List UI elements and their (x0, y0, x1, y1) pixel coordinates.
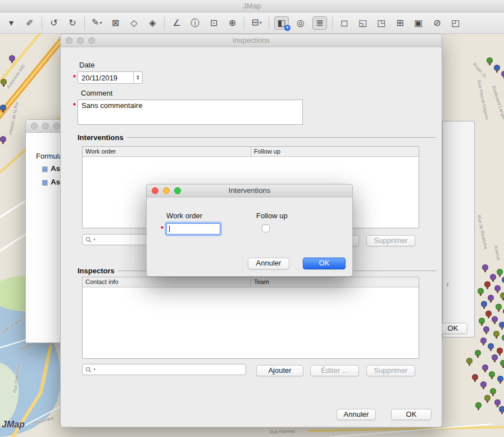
inspectors-table[interactable]: Contact info Team (82, 277, 419, 359)
inspectors-delete-button[interactable]: Supprimer (366, 365, 415, 376)
tree-marker[interactable] (480, 337, 487, 346)
undo-icon[interactable]: ↺ (47, 17, 61, 29)
background-ok-button[interactable]: OK (438, 323, 467, 334)
select-add-icon[interactable]: ⊞ (393, 17, 407, 29)
tree-marker[interactable] (9, 55, 16, 64)
select-rectangle-icon[interactable]: ◻ (338, 17, 351, 29)
inspectors-search-input[interactable]: ▼ (82, 364, 246, 375)
tree-marker[interactable] (482, 364, 489, 373)
info-circle-icon[interactable]: ⓘ (188, 17, 202, 29)
date-field[interactable]: 20/11/2019 ▲▼ (78, 71, 143, 84)
ok-button[interactable]: OK (391, 409, 432, 420)
tree-marker[interactable] (484, 281, 491, 290)
style-brush-icon[interactable]: ✐ (23, 17, 37, 29)
toolbar-separator (164, 17, 165, 29)
tree-marker[interactable] (494, 65, 501, 74)
tree-marker[interactable] (483, 326, 490, 335)
interventions-dialog[interactable]: Interventions Work order Follow up * Ann… (146, 184, 353, 277)
tree-marker[interactable] (500, 292, 504, 301)
tree-marker[interactable] (487, 57, 493, 66)
text-caret (169, 226, 170, 232)
comment-textarea[interactable]: Sans commentaire (78, 100, 303, 125)
column-header[interactable]: Follow up (251, 147, 283, 156)
tree-marker[interactable] (492, 316, 498, 325)
minimize-button-icon[interactable] (42, 123, 49, 129)
erase-drawing-icon[interactable]: ⊠ (108, 17, 122, 29)
tree-marker[interactable] (0, 136, 7, 145)
minimize-button-icon[interactable] (77, 37, 84, 44)
inspections-titlebar[interactable]: Inspections (61, 34, 442, 47)
redo-icon[interactable]: ↻ (66, 17, 79, 29)
select-region-icon[interactable]: ◰ (449, 17, 462, 29)
tree-marker[interactable] (502, 277, 504, 286)
date-stepper[interactable]: ▲▼ (133, 72, 142, 83)
tree-marker[interactable] (497, 376, 504, 385)
tree-marker[interactable] (475, 350, 482, 359)
search-icon (85, 237, 92, 243)
print-icon[interactable]: ⊟▾ (249, 16, 263, 29)
column-header[interactable]: Work order (83, 147, 251, 156)
work-order-input[interactable] (166, 223, 220, 235)
remove-label-icon[interactable]: ◈ (146, 17, 159, 29)
tree-marker[interactable] (475, 402, 482, 411)
tree-marker[interactable] (480, 381, 487, 390)
globe-icon[interactable]: ⊕ (225, 17, 239, 29)
measure-angle-icon[interactable]: ∠ (170, 17, 183, 29)
zoom-button-icon[interactable] (88, 37, 95, 44)
column-header[interactable]: Team (251, 277, 272, 287)
cancel-button[interactable]: Annuler (248, 258, 289, 269)
close-button-icon[interactable] (31, 123, 38, 129)
cancel-button[interactable]: Annuler (337, 409, 376, 420)
tree-marker[interactable] (499, 406, 504, 415)
minimize-button-icon[interactable] (163, 187, 170, 194)
inspectors-add-button[interactable]: Ajouter (256, 365, 303, 376)
tree-marker[interactable] (492, 354, 498, 363)
tree-marker[interactable] (493, 331, 500, 340)
add-label-icon[interactable]: ◇ (127, 17, 140, 29)
close-button-icon[interactable] (66, 37, 72, 44)
feature-form-icon[interactable]: ≣ (312, 16, 327, 30)
table-icon: ▦ (42, 165, 48, 173)
follow-up-checkbox[interactable] (262, 224, 270, 232)
select-intersect-icon[interactable]: ◳ (375, 17, 388, 29)
search-options-chevron-icon[interactable]: ▼ (93, 238, 96, 241)
tree-marker[interactable] (496, 304, 502, 313)
close-button-icon[interactable] (152, 187, 158, 194)
inspectors-edit-button[interactable]: Éditer ... (310, 365, 359, 376)
search-options-chevron-icon[interactable]: ▼ (93, 368, 96, 371)
toolbar-separator (269, 17, 269, 29)
window-controls (31, 123, 60, 129)
tree-marker[interactable] (488, 343, 494, 352)
tree-marker[interactable] (499, 322, 504, 331)
tree-marker[interactable] (478, 288, 484, 297)
tree-marker[interactable] (0, 105, 7, 114)
select-contains-icon[interactable]: ▣ (412, 17, 425, 29)
tree-marker[interactable] (479, 318, 485, 327)
tree-marker[interactable] (1, 79, 7, 88)
tree-marker[interactable] (484, 395, 491, 404)
stepper-down-icon[interactable]: ▼ (137, 78, 140, 80)
tree-marker[interactable] (502, 335, 504, 344)
explore-feature-icon[interactable]: ◎ (294, 17, 307, 29)
select-none-icon[interactable]: ⊘ (430, 17, 444, 29)
tree-marker[interactable] (466, 358, 473, 367)
tree-marker[interactable] (488, 295, 494, 304)
zoom-button-icon[interactable] (174, 187, 181, 194)
zoom-button-icon[interactable] (53, 123, 60, 129)
interventions-delete-button[interactable]: Supprimer (366, 235, 415, 246)
tool-options-chevron-icon[interactable]: ▾ (4, 17, 18, 29)
tree-marker[interactable] (482, 264, 489, 273)
tree-marker[interactable] (500, 360, 504, 369)
tree-marker[interactable] (472, 374, 479, 383)
info-report-icon[interactable]: ⊡ (207, 17, 220, 29)
ok-button[interactable]: OK (303, 258, 346, 269)
add-feature-icon[interactable]: ◧+ (274, 16, 289, 30)
tree-marker[interactable] (481, 301, 488, 310)
draw-pencil-icon[interactable]: ✎▾ (90, 16, 103, 29)
column-header[interactable]: Contact info (83, 277, 251, 287)
interventions-titlebar[interactable]: Interventions (147, 184, 352, 197)
select-polygon-icon[interactable]: ◱ (356, 17, 370, 29)
tree-marker[interactable] (489, 371, 496, 380)
date-value: 20/11/2019 (78, 74, 133, 82)
tree-marker[interactable] (501, 71, 504, 80)
